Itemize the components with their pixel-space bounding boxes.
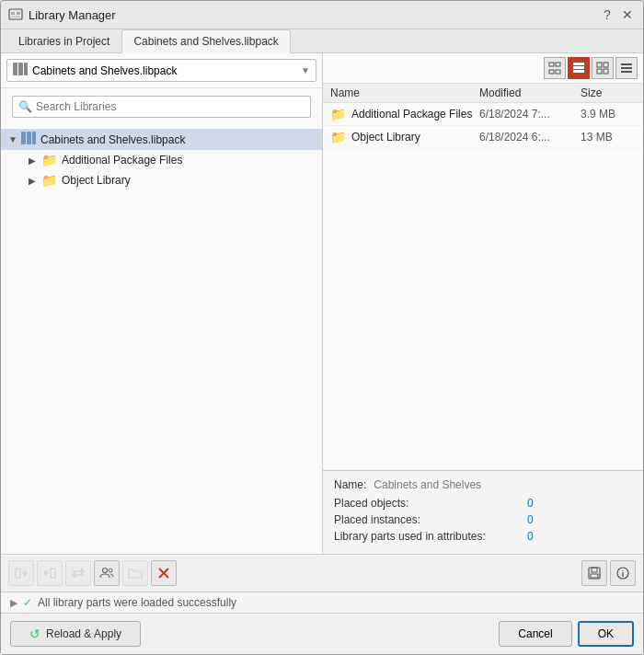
tab-libraries-in-project[interactable]: Libraries in Project: [6, 29, 121, 53]
export-btn[interactable]: [37, 560, 63, 586]
file-folder-icon-1: 📁: [330, 130, 346, 144]
svg-rect-1: [11, 12, 15, 15]
tree-arrow-root: ▼: [8, 134, 21, 144]
svg-rect-11: [556, 63, 560, 66]
library-manager-window: Library Manager ? ✕ Libraries in Project…: [0, 0, 644, 655]
detail-view-btn[interactable]: [615, 57, 638, 79]
svg-rect-6: [24, 63, 28, 75]
svg-rect-2: [17, 12, 20, 15]
library-dropdown-icon: [13, 63, 28, 78]
info-name-row: Name: Cabinets and Shelves: [334, 478, 632, 491]
info-placed-objects-row: Placed objects: 0: [334, 497, 632, 510]
search-input[interactable]: [36, 100, 305, 113]
file-list-header: Name Modified Size: [323, 84, 643, 103]
library-tree: ▼ Cabinets and Shelves.libpack ▶ 📁: [1, 125, 322, 554]
grid-view-btn[interactable]: [592, 57, 614, 79]
folder-icon-0: 📁: [41, 153, 57, 167]
icon-toolbar-left: [8, 560, 177, 586]
status-message: All library parts were loaded successful…: [38, 596, 236, 609]
search-box: 🔍: [12, 96, 311, 118]
file-name-1: Object Library: [351, 131, 479, 144]
reload-icon: ↺: [29, 626, 40, 641]
svg-rect-14: [573, 63, 584, 65]
tree-root-label: Cabinets and Shelves.libpack: [40, 133, 185, 146]
info-section: Name: Cabinets and Shelves Placed object…: [323, 470, 643, 554]
file-size-1: 13 MB: [581, 131, 636, 144]
svg-rect-24: [16, 569, 20, 578]
users-btn[interactable]: [94, 560, 120, 586]
library-dropdown-text: Cabinets and Shelves.libpack: [32, 64, 301, 77]
svg-point-30: [103, 569, 108, 573]
folder-btn[interactable]: [122, 560, 148, 586]
tree-arrow-0: ▶: [29, 155, 41, 166]
search-icon: 🔍: [18, 100, 32, 113]
import-btn[interactable]: [8, 560, 34, 586]
reload-apply-button[interactable]: ↺ Reload & Apply: [10, 621, 141, 647]
tree-item-additional-package-files[interactable]: ▶ 📁 Additional Package Files: [21, 150, 322, 170]
library-dropdown[interactable]: Cabinets and Shelves.libpack ▼: [6, 59, 316, 82]
svg-rect-8: [27, 132, 31, 144]
file-modified-0: 6/18/2024 7:...: [479, 108, 581, 121]
right-panel: Name Modified Size 📁 Additional Package …: [323, 53, 643, 554]
save-btn[interactable]: [581, 560, 607, 586]
file-folder-icon-0: 📁: [330, 107, 346, 121]
main-content: Cabinets and Shelves.libpack ▼ 🔍 ▼: [1, 53, 643, 554]
svg-rect-35: [592, 568, 597, 572]
tree-children: ▶ 📁 Additional Package Files ▶ 📁 Object …: [1, 150, 322, 190]
file-list: 📁 Additional Package Files 6/18/2024 7:.…: [323, 103, 643, 470]
tree-root-icon: [21, 132, 36, 147]
svg-rect-17: [597, 63, 602, 67]
tree-label-1: Object Library: [62, 174, 131, 187]
svg-rect-26: [51, 569, 55, 578]
delete-btn[interactable]: [151, 560, 177, 586]
view-toolbar: [323, 53, 643, 84]
file-modified-1: 6/18/2024 6:...: [479, 131, 581, 144]
svg-rect-13: [556, 70, 560, 74]
svg-rect-36: [591, 574, 598, 578]
file-name-0: Additional Package Files: [351, 108, 479, 121]
tree-item-root[interactable]: ▼ Cabinets and Shelves.libpack: [1, 129, 322, 150]
info-placed-instances-label: Placed instances:: [334, 513, 527, 526]
info-library-parts-row: Library parts used in attributes: 0: [334, 530, 632, 543]
svg-rect-3: [11, 16, 20, 17]
cancel-button[interactable]: Cancel: [499, 621, 571, 647]
svg-rect-22: [621, 67, 632, 69]
tree-item-object-library[interactable]: ▶ 📁 Object Library: [21, 170, 322, 190]
info-placed-objects-value: 0: [527, 497, 534, 510]
svg-rect-16: [573, 70, 584, 73]
list-view-btn[interactable]: [568, 57, 590, 79]
info-name-value: Cabinets and Shelves: [374, 478, 481, 491]
window-title: Library Manager: [29, 8, 593, 22]
search-container: 🔍: [1, 88, 322, 125]
tab-cabinets-and-shelves[interactable]: Cabinets and Shelves.libpack: [121, 29, 290, 53]
action-buttons-right: Cancel OK: [499, 621, 634, 647]
library-selector: Cabinets and Shelves.libpack ▼: [1, 53, 322, 88]
column-modified-header: Modified: [479, 86, 581, 99]
tree-arrow-1: ▶: [29, 176, 41, 186]
help-button[interactable]: ?: [599, 6, 615, 23]
reload-apply-label: Reload & Apply: [46, 627, 121, 640]
ok-button[interactable]: OK: [578, 621, 634, 647]
info-placed-instances-row: Placed instances: 0: [334, 513, 632, 526]
svg-rect-4: [13, 63, 17, 75]
svg-rect-10: [549, 63, 554, 66]
column-size-header: Size: [581, 86, 636, 99]
status-expand-icon: ▶: [10, 597, 17, 609]
file-row-0[interactable]: 📁 Additional Package Files 6/18/2024 7:.…: [323, 103, 643, 126]
file-size-0: 3.9 MB: [581, 108, 636, 121]
svg-rect-12: [549, 70, 554, 74]
file-row-1[interactable]: 📁 Object Library 6/18/2024 6:... 13 MB: [323, 126, 643, 149]
migrate-btn[interactable]: [65, 560, 91, 586]
icon-toolbar-right: i: [581, 560, 636, 586]
tabs-bar: Libraries in Project Cabinets and Shelve…: [1, 29, 643, 53]
bottom-icon-toolbar: i: [1, 554, 643, 592]
svg-rect-20: [604, 69, 608, 74]
close-button[interactable]: ✕: [619, 6, 636, 23]
svg-point-31: [109, 569, 112, 572]
info-btn[interactable]: i: [610, 560, 636, 586]
titlebar-buttons: ? ✕: [599, 6, 636, 23]
svg-rect-5: [18, 63, 23, 75]
titlebar: Library Manager ? ✕: [1, 1, 643, 29]
tree-view-btn[interactable]: [544, 57, 566, 79]
info-name-label: Name:: [334, 478, 366, 491]
